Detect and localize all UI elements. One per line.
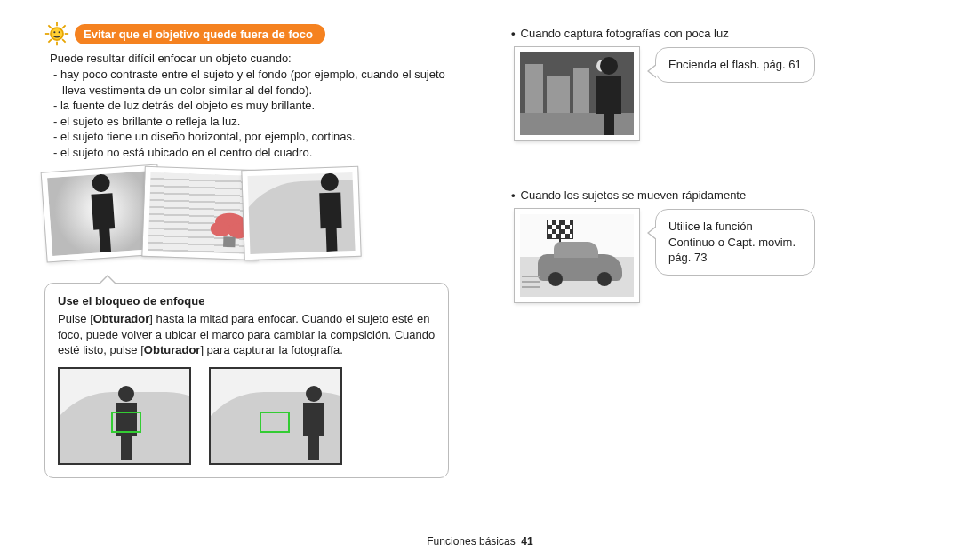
- right-bullet: • Cuando los sujetos se mueven rápidamen…: [511, 188, 916, 202]
- svg-point-16: [320, 173, 339, 192]
- focus-bold: Obturador: [144, 343, 201, 356]
- bullet-item: hay poco contraste entre el sujeto y el …: [53, 67, 449, 98]
- svg-point-9: [53, 31, 55, 33]
- footer-page-number: 41: [521, 535, 532, 548]
- bullet-item: la fuente de luz detrás del objeto es mu…: [53, 98, 449, 114]
- sun-icon: [44, 21, 69, 46]
- right-bullet: • Cuando captura fotografías con poca lu…: [511, 27, 916, 40]
- svg-line-8: [48, 39, 52, 43]
- svg-line-7: [62, 25, 66, 28]
- example-photos: [44, 169, 449, 258]
- tip-text: Utilice la función Continuo o Capt. movi…: [668, 220, 796, 264]
- focus-rectangle-icon: [260, 412, 290, 433]
- focus-example: [58, 367, 191, 465]
- right-bullet-text: Cuando los sujetos se mueven rápidamente: [521, 188, 747, 202]
- focus-lock-box: Use el bloqueo de enfoque Pulse [Obturad…: [44, 283, 449, 478]
- svg-rect-15: [223, 236, 236, 247]
- page-footer: Funciones básicas 41: [0, 535, 960, 548]
- bullet-item: el sujeto no está ubicado en el centro d…: [53, 145, 449, 161]
- bullet-item: el sujeto tiene un diseño horizontal, po…: [53, 129, 449, 145]
- intro-text: Puede resultar difícil enfocar un objeto…: [50, 52, 449, 65]
- section-title: Evitar que el objetivo quede fuera de fo…: [75, 24, 325, 44]
- svg-point-17: [118, 386, 134, 402]
- focus-bold: Obturador: [93, 312, 150, 325]
- focus-body: Pulse [Obturador] hasta la mitad para en…: [58, 311, 436, 358]
- tip-text: Encienda el flash. pág. 61: [668, 58, 802, 71]
- focus-text: ] para capturar la fotografía.: [200, 343, 342, 356]
- tip-bubble: Utilice la función Continuo o Capt. movi…: [655, 209, 815, 276]
- moving-subject-photo: [515, 209, 639, 302]
- focus-text: Pulse [: [58, 312, 93, 325]
- example-photo: [242, 167, 360, 260]
- focus-example: [209, 367, 342, 465]
- tip-bubble: Encienda el flash. pág. 61: [655, 47, 815, 83]
- section-header: Evitar que el objetivo quede fuera de fo…: [44, 21, 449, 46]
- svg-point-18: [306, 386, 322, 402]
- focus-title: Use el bloqueo de enfoque: [58, 294, 436, 308]
- svg-line-5: [48, 25, 52, 28]
- bullet-list: hay poco contraste entre el sujeto y el …: [53, 67, 449, 160]
- svg-line-6: [62, 39, 66, 43]
- bullet-dot-icon: •: [511, 188, 516, 202]
- footer-section: Funciones básicas: [427, 535, 515, 548]
- car-icon: [538, 254, 622, 281]
- bullet-dot-icon: •: [511, 27, 516, 40]
- svg-point-0: [51, 28, 63, 40]
- bullet-item: el sujeto es brillante o refleja la luz.: [53, 114, 449, 130]
- svg-point-11: [92, 174, 110, 193]
- focus-rectangle-icon: [111, 412, 141, 433]
- right-bullet-text: Cuando captura fotografías con poca luz: [521, 27, 729, 40]
- svg-point-10: [59, 31, 60, 33]
- svg-point-19: [600, 57, 618, 75]
- low-light-photo: [515, 47, 639, 140]
